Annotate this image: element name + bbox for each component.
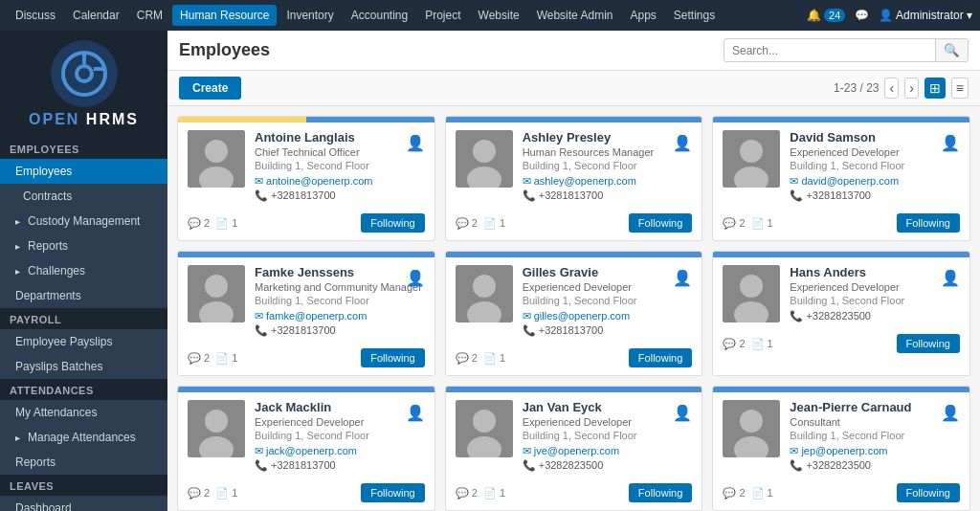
employee-info: Hans Anders Experienced Developer Buildi… bbox=[790, 265, 960, 322]
search-bar: 🔍 bbox=[724, 38, 969, 62]
employee-phone: 📞 +3281813700 bbox=[523, 324, 693, 337]
person-icon: 👤 bbox=[406, 404, 425, 422]
create-button[interactable]: Create bbox=[179, 77, 241, 100]
chat-icon[interactable]: 💬 bbox=[855, 9, 869, 22]
person-icon: 👤 bbox=[406, 134, 425, 152]
color-bar bbox=[178, 117, 434, 122]
nav-project[interactable]: Project bbox=[417, 5, 468, 26]
nav-discuss[interactable]: Discuss bbox=[8, 5, 63, 26]
grid-view-button[interactable]: ⊞ bbox=[924, 78, 946, 99]
employee-job-title: Experienced Developer bbox=[255, 416, 425, 428]
employee-info: Gilles Gravie Experienced Developer Buil… bbox=[523, 265, 693, 337]
employee-job-title: Consultant bbox=[790, 416, 960, 428]
following-button[interactable]: Following bbox=[629, 483, 692, 502]
card-footer: 💬 2 📄 1 Following bbox=[446, 479, 702, 510]
employee-name: Jan Van Eyck bbox=[523, 400, 693, 414]
employee-info: Ashley Presley Human Resources Manager B… bbox=[523, 130, 693, 202]
doc-stat: 📄 1 bbox=[483, 217, 505, 230]
employee-photo bbox=[723, 130, 780, 188]
card-footer: 💬 2 📄 1 Following bbox=[713, 210, 969, 240]
sidebar: OPEN HRMS Employees Employees Contracts … bbox=[0, 31, 167, 511]
employee-info: Jan Van Eyck Experienced Developer Build… bbox=[523, 400, 693, 472]
nav-website[interactable]: Website bbox=[471, 5, 527, 26]
card-footer: 💬 2 📄 1 Following bbox=[178, 479, 434, 510]
sidebar-item-custody[interactable]: Custody Management bbox=[0, 209, 167, 233]
nav-human-resource[interactable]: Human Resource bbox=[172, 5, 277, 26]
person-icon: 👤 bbox=[941, 404, 960, 422]
employee-phone: 📞 +3281813700 bbox=[255, 324, 425, 337]
employee-phone: 📞 +3282823500 bbox=[523, 459, 693, 472]
employee-job-title: Marketing and Community Manager bbox=[255, 281, 425, 293]
notification-icon[interactable]: 🔔 24 bbox=[807, 9, 846, 22]
following-button[interactable]: Following bbox=[629, 348, 692, 367]
card-body: Famke Jenssens Marketing and Community M… bbox=[178, 257, 434, 344]
sidebar-item-employees[interactable]: Employees bbox=[0, 159, 167, 184]
sidebar-item-payslips-batches[interactable]: Payslips Batches bbox=[0, 354, 167, 379]
logo-text: OPEN HRMS bbox=[29, 111, 139, 128]
card-footer: 💬 2 📄 1 Following bbox=[178, 210, 434, 240]
following-button[interactable]: Following bbox=[897, 334, 960, 353]
card-footer: 💬 2 📄 1 Following bbox=[446, 210, 702, 240]
following-button[interactable]: Following bbox=[629, 213, 692, 233]
svg-rect-2 bbox=[82, 53, 86, 64]
message-stat: 💬 2 bbox=[456, 352, 478, 365]
user-menu[interactable]: 👤 Administrator ▾ bbox=[879, 9, 972, 22]
sidebar-item-my-attendances[interactable]: My Attendances bbox=[0, 400, 167, 425]
message-stat: 💬 2 bbox=[723, 487, 745, 500]
nav-accounting[interactable]: Accounting bbox=[344, 5, 415, 26]
prev-page-button[interactable]: ‹ bbox=[884, 78, 899, 99]
employee-location: Building 1, Second Floor bbox=[790, 430, 960, 441]
card-stats: 💬 2 📄 1 bbox=[723, 487, 772, 500]
nav-apps[interactable]: Apps bbox=[622, 5, 663, 26]
employee-name: Ashley Presley bbox=[523, 130, 693, 144]
doc-stat: 📄 1 bbox=[751, 217, 773, 230]
card-stats: 💬 2 📄 1 bbox=[188, 487, 237, 500]
sidebar-item-dashboard[interactable]: Dashboard bbox=[0, 496, 167, 511]
card-footer: 💬 2 📄 1 Following bbox=[713, 330, 969, 361]
svg-point-23 bbox=[205, 410, 228, 433]
following-button[interactable]: Following bbox=[361, 348, 424, 367]
following-button[interactable]: Following bbox=[361, 213, 424, 233]
employee-photo bbox=[723, 265, 780, 322]
sidebar-item-manage-attendances[interactable]: Manage Attendances bbox=[0, 425, 167, 450]
pagination-info: 1-23 / 23 bbox=[834, 81, 879, 95]
following-button[interactable]: Following bbox=[361, 483, 424, 502]
sidebar-item-employee-payslips[interactable]: Employee Payslips bbox=[0, 329, 167, 354]
employee-phone: 📞 +3282823500 bbox=[790, 310, 960, 322]
employee-photo bbox=[188, 130, 245, 188]
employee-photo bbox=[188, 265, 245, 322]
employee-name: Hans Anders bbox=[790, 265, 960, 279]
card-stats: 💬 2 📄 1 bbox=[723, 338, 772, 350]
sidebar-section-attendances: Attendances bbox=[0, 379, 167, 400]
nav-settings[interactable]: Settings bbox=[666, 5, 723, 26]
person-icon: 👤 bbox=[673, 404, 692, 422]
sidebar-item-contracts[interactable]: Contracts bbox=[0, 184, 167, 209]
message-stat: 💬 2 bbox=[723, 217, 745, 230]
next-page-button[interactable]: › bbox=[904, 78, 919, 99]
following-button[interactable]: Following bbox=[897, 213, 960, 233]
list-view-button[interactable]: ≡ bbox=[951, 78, 969, 99]
employee-email: ✉ jve@openerp.com bbox=[523, 445, 693, 457]
search-button[interactable]: 🔍 bbox=[935, 39, 968, 61]
nav-crm[interactable]: CRM bbox=[129, 5, 170, 26]
employee-info: David Samson Experienced Developer Build… bbox=[790, 130, 960, 202]
nav-website-admin[interactable]: Website Admin bbox=[529, 5, 621, 26]
sidebar-item-reports[interactable]: Reports bbox=[0, 233, 167, 258]
employee-name: Jean-Pierre Carnaud bbox=[790, 400, 960, 414]
employee-location: Building 1, Second Floor bbox=[523, 430, 693, 441]
notification-badge: 24 bbox=[824, 9, 845, 22]
nav-inventory[interactable]: Inventory bbox=[278, 5, 341, 26]
employee-location: Building 1, Second Floor bbox=[255, 160, 425, 171]
sidebar-item-challenges[interactable]: Challenges bbox=[0, 258, 167, 283]
card-body: Jan Van Eyck Experienced Developer Build… bbox=[446, 392, 702, 479]
nav-menu: Discuss Calendar CRM Human Resource Inve… bbox=[8, 5, 807, 26]
employee-location: Building 1, Second Floor bbox=[255, 430, 425, 441]
nav-calendar[interactable]: Calendar bbox=[65, 5, 127, 26]
sidebar-item-departments[interactable]: Departments bbox=[0, 283, 167, 308]
message-stat: 💬 2 bbox=[188, 487, 210, 500]
search-input[interactable] bbox=[724, 40, 935, 61]
employee-card-jack: Jack Macklin Experienced Developer Build… bbox=[177, 386, 435, 511]
sidebar-item-reports-att[interactable]: Reports bbox=[0, 450, 167, 475]
card-stats: 💬 2 📄 1 bbox=[723, 217, 772, 230]
following-button[interactable]: Following bbox=[897, 483, 960, 502]
